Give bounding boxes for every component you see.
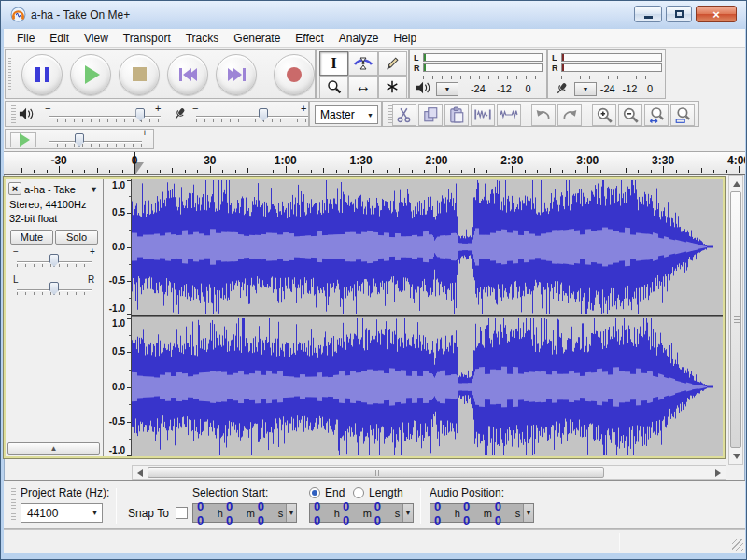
play-button[interactable] (70, 54, 111, 95)
stop-button[interactable] (119, 54, 160, 95)
track-collapse-button[interactable]: ▲ (7, 442, 100, 455)
skip-to-start-button[interactable] (167, 54, 208, 95)
ruler-tick (651, 170, 652, 173)
zoom-tool-icon (327, 79, 342, 94)
maximize-button[interactable] (666, 6, 692, 22)
cut-button[interactable] (392, 104, 416, 126)
time-shift-tool-button[interactable]: ↔ (348, 76, 377, 100)
toolbar-grip[interactable] (8, 58, 11, 91)
vertical-scale-ruler[interactable]: 1.00.50.0-0.5-1.01.00.50.0-0.5-1.0 (104, 179, 132, 456)
close-button[interactable]: × (696, 6, 737, 22)
skip-to-end-button[interactable] (216, 54, 257, 95)
menu-effect[interactable]: Effect (288, 30, 331, 47)
ruler-tick (21, 168, 22, 173)
snap-to-checkbox[interactable] (176, 507, 188, 519)
silence-button[interactable] (497, 104, 521, 126)
time-field-dropdown-icon[interactable]: ▼ (402, 504, 413, 522)
horizontal-scroll-thumb[interactable] (148, 467, 604, 478)
play-at-speed-icon (20, 133, 30, 147)
meter-dropdown-button[interactable]: ▼ (574, 82, 597, 96)
menu-edit[interactable]: Edit (42, 30, 77, 47)
project-rate-selector[interactable]: 44100 ▼ (21, 503, 103, 523)
play-at-speed-button[interactable] (10, 132, 36, 147)
tools-toolbar: I↔ (316, 49, 409, 99)
track-menu-icon[interactable]: ▼ (90, 185, 98, 194)
redo-button[interactable] (557, 104, 582, 126)
speed-slider-ticks (49, 144, 142, 147)
mute-button[interactable]: Mute (10, 230, 53, 245)
zoom-tool-button[interactable] (319, 76, 348, 100)
time-field-dropdown-icon[interactable]: ▼ (523, 504, 533, 522)
end-radio[interactable] (309, 487, 320, 498)
menu-help[interactable]: Help (387, 30, 425, 47)
pan-left-label: L (13, 274, 19, 285)
menu-view[interactable]: View (77, 30, 116, 47)
playback-meter-toolbar[interactable]: LR▼-24-120 (409, 49, 547, 99)
zoom-in-button[interactable] (592, 104, 616, 126)
resize-grip[interactable] (732, 539, 743, 551)
separator (420, 488, 421, 524)
project-rate-label: Project Rate (Hz): (21, 486, 109, 499)
copy-button[interactable] (418, 104, 443, 126)
vertical-scroll-thumb[interactable] (730, 191, 741, 448)
track-close-button[interactable]: × (8, 182, 21, 195)
selection-tool-button[interactable]: I (319, 51, 348, 76)
toolbar-grip[interactable] (11, 105, 16, 124)
pause-button[interactable] (21, 54, 63, 95)
meter-dropdown-button[interactable]: ▼ (436, 82, 458, 96)
timeline-ruler[interactable]: -300301:001:302:002:303:003:304:00 (4, 151, 745, 175)
timeline-label: 30 (204, 154, 216, 167)
ruler-tick (197, 170, 198, 173)
record-button[interactable] (274, 54, 315, 95)
trim-outside-button[interactable] (471, 104, 495, 126)
scroll-left-icon[interactable] (137, 469, 143, 477)
recording-meter-toolbar[interactable]: LR▼-24-120 (547, 49, 666, 99)
maximize-icon (675, 10, 684, 18)
undo-button[interactable] (531, 104, 556, 126)
draw-tool-button[interactable] (378, 51, 407, 76)
zoom-out-button[interactable] (618, 104, 642, 126)
ruler-tick (688, 170, 689, 173)
envelope-tool-icon (354, 57, 373, 70)
waveform-channel-right[interactable] (132, 317, 723, 456)
menu-tracks[interactable]: Tracks (178, 30, 227, 47)
speed-plus-label: + (142, 128, 148, 138)
menu-transport[interactable]: Transport (116, 30, 178, 47)
fit-selection-button[interactable] (644, 104, 669, 126)
audio-position-field[interactable]: 0 0h0 0m0 0s▼ (430, 503, 534, 523)
ruler-tick (537, 170, 538, 173)
paste-button[interactable] (444, 104, 469, 126)
vertical-scrollbar[interactable] (728, 175, 743, 465)
device-selector[interactable]: Master ▼ (315, 105, 378, 124)
ruler-tick (261, 170, 261, 173)
input-slider-track[interactable] (196, 116, 308, 118)
scroll-up-icon[interactable] (733, 181, 740, 187)
output-plus-label: + (155, 103, 161, 114)
selection-start-field[interactable]: 0 0h0 0m0 0s▼ (192, 503, 297, 523)
menu-generate[interactable]: Generate (226, 30, 288, 47)
meter-scale-number: -12 (497, 83, 512, 94)
speed-slider-track[interactable] (49, 141, 142, 143)
waveform-area[interactable] (132, 179, 723, 456)
status-divider (619, 533, 620, 551)
fit-project-button[interactable] (670, 104, 695, 126)
length-radio[interactable] (353, 487, 364, 498)
ruler-tick (486, 170, 487, 173)
menu-file[interactable]: File (9, 30, 42, 47)
minimize-button[interactable] (634, 6, 662, 22)
multi-tool-button[interactable] (378, 76, 407, 100)
selection-end-field[interactable]: 0 0h0 0m0 0s▼ (309, 503, 414, 523)
ruler-tick (613, 170, 613, 173)
envelope-tool-button[interactable] (348, 51, 377, 76)
time-field-dropdown-icon[interactable]: ▼ (286, 504, 296, 522)
horizontal-scrollbar[interactable] (132, 465, 726, 480)
solo-button[interactable]: Solo (55, 230, 98, 245)
selection-tool-icon: I (331, 54, 337, 73)
output-minus-label: − (45, 103, 50, 114)
menu-analyze[interactable]: Analyze (331, 30, 387, 47)
scroll-right-icon[interactable] (715, 469, 721, 477)
title-bar[interactable]: a-ha - Take On Me+ × (1, 1, 746, 29)
waveform-channel-left[interactable] (132, 179, 723, 315)
scroll-down-icon[interactable] (733, 454, 740, 459)
toolbar-grip[interactable] (11, 488, 16, 522)
